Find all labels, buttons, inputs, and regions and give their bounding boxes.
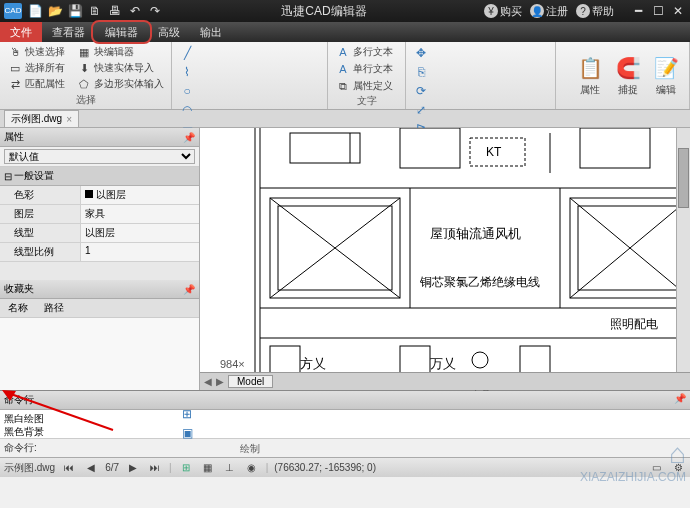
props-default-select[interactable]: 默认值: [4, 149, 195, 164]
tab-next-icon[interactable]: ▶: [216, 376, 224, 387]
edit-button[interactable]: 📝 编辑: [647, 44, 685, 107]
fav-list: [0, 318, 199, 390]
block-editor-button[interactable]: ▦块编辑器: [75, 44, 166, 60]
copy-icon[interactable]: ⎘: [412, 63, 430, 81]
register-button[interactable]: 👤注册: [530, 4, 568, 19]
grid-toggle-icon[interactable]: ▦: [200, 460, 216, 476]
close-icon[interactable]: ×: [66, 114, 72, 125]
forward-icon[interactable]: ▶: [125, 460, 141, 476]
svg-text:KT: KT: [486, 145, 502, 159]
line-icon[interactable]: ╱: [178, 44, 196, 62]
coordinates: (76630.27; -165396; 0): [274, 462, 376, 473]
command-log: 黑白绘图 黑色背景: [0, 410, 690, 438]
pin-icon[interactable]: 📌: [674, 393, 686, 407]
model-tab[interactable]: Model: [228, 375, 273, 388]
command-panel: 命令行 📌 黑白绘图 黑色背景 命令行:: [0, 390, 690, 457]
svg-rect-8: [580, 128, 650, 168]
tab-prev-icon[interactable]: ◀: [204, 376, 212, 387]
magnet-icon: 🧲: [615, 55, 641, 81]
pin-icon[interactable]: 📌: [183, 284, 195, 295]
document-tab[interactable]: 示例图.dwg ×: [4, 110, 79, 127]
document-tab-label: 示例图.dwg: [11, 112, 62, 126]
circle-icon[interactable]: ○: [178, 82, 196, 100]
pin-icon[interactable]: 📌: [183, 132, 195, 143]
command-panel-header: 命令行 📌: [0, 391, 690, 410]
print-icon[interactable]: 🖶: [106, 2, 124, 20]
open-icon[interactable]: 📂: [46, 2, 64, 20]
ribbon-group-text-label: 文字: [334, 94, 399, 108]
svg-rect-1: [260, 128, 690, 390]
back-icon[interactable]: ◀: [83, 460, 99, 476]
tab-advanced[interactable]: 高级: [148, 22, 190, 42]
svg-text:984×: 984×: [220, 358, 245, 370]
page-indicator: 6/7: [105, 462, 119, 473]
quick-entity-import-button[interactable]: ⬇快速实体导入: [75, 60, 166, 76]
close-button[interactable]: ✕: [670, 4, 686, 18]
snap-toggle-icon[interactable]: ⊞: [178, 460, 194, 476]
move-icon[interactable]: ✥: [412, 44, 430, 62]
scrollbar-vertical[interactable]: [676, 128, 690, 372]
next-page-icon[interactable]: ⏭: [147, 460, 163, 476]
svg-text:方乂: 方乂: [300, 356, 326, 371]
layout-icon[interactable]: ▭: [648, 460, 664, 476]
saveas-icon[interactable]: 🗎: [86, 2, 104, 20]
undo-icon[interactable]: ↶: [126, 2, 144, 20]
fav-panel-header: 收藏夹 📌: [0, 280, 199, 299]
app-logo: CAD: [4, 3, 22, 19]
prop-row-color[interactable]: 色彩 以图层: [0, 186, 199, 205]
polygon-entity-button[interactable]: ⬠多边形实体输入: [75, 76, 166, 92]
polar-toggle-icon[interactable]: ◉: [244, 460, 260, 476]
props-panel-header: 属性 📌: [0, 128, 199, 147]
props-section-general[interactable]: ⊟ 一般设置: [0, 167, 199, 186]
arc-icon[interactable]: ◠: [178, 101, 196, 119]
polyline-icon[interactable]: ⌇: [178, 63, 196, 81]
tab-output[interactable]: 输出: [190, 22, 232, 42]
tab-editor[interactable]: 编辑器: [95, 22, 148, 42]
rotate-icon[interactable]: ⟳: [412, 82, 430, 100]
svg-rect-4: [400, 128, 460, 168]
fav-col-name[interactable]: 名称: [0, 299, 36, 317]
properties-button[interactable]: 📋 属性: [571, 44, 609, 107]
help-button[interactable]: ?帮助: [576, 4, 614, 19]
tab-viewer[interactable]: 查看器: [42, 22, 95, 42]
svg-text:万乂: 万乂: [430, 356, 456, 371]
mtext-button[interactable]: A多行文本: [334, 44, 399, 60]
prev-page-icon[interactable]: ⏮: [61, 460, 77, 476]
ribbon: 🖱快速选择 ▭选择所有 ⇄匹配属性 ▦块编辑器 ⬇快速实体导入 ⬠多边形实体输入…: [0, 42, 690, 110]
boundary-icon[interactable]: ▣: [178, 424, 196, 442]
new-icon[interactable]: 📄: [26, 2, 44, 20]
attdef-button[interactable]: ⧉属性定义: [334, 78, 399, 94]
fav-col-path[interactable]: 路径: [36, 299, 72, 317]
prop-row-linetype[interactable]: 线型 以图层: [0, 224, 199, 243]
command-prompt-label: 命令行:: [4, 441, 37, 455]
document-tabs: 示例图.dwg ×: [0, 110, 690, 128]
scale-icon[interactable]: ⤢: [412, 101, 430, 119]
fav-columns: 名称 路径: [0, 299, 199, 318]
select-all-button[interactable]: ▭选择所有: [6, 60, 67, 76]
prop-row-linescale[interactable]: 线型比例 1: [0, 243, 199, 262]
status-doc-name: 示例图.dwg: [4, 461, 55, 475]
snap-button[interactable]: 🧲 捕捉: [609, 44, 647, 107]
redo-icon[interactable]: ↷: [146, 2, 164, 20]
quick-access-toolbar: 📄 📂 💾 🗎 🖶 ↶ ↷: [26, 2, 164, 20]
minimize-button[interactable]: ━: [630, 4, 646, 18]
dtext-button[interactable]: A单行文本: [334, 61, 399, 77]
statusbar: 示例图.dwg ⏮ ◀ 6/7 ▶ ⏭ | ⊞ ▦ ⊥ ◉ | (76630.2…: [0, 457, 690, 477]
quick-select-button[interactable]: 🖱快速选择: [6, 44, 67, 60]
save-icon[interactable]: 💾: [66, 2, 84, 20]
edit-icon: 📝: [653, 55, 679, 81]
settings-icon[interactable]: ⚙: [670, 460, 686, 476]
menubar: 文件 查看器 编辑器 高级 输出: [0, 22, 690, 42]
svg-point-25: [472, 352, 488, 368]
collapse-icon: ⊟: [4, 171, 12, 182]
match-prop-button[interactable]: ⇄匹配属性: [6, 76, 67, 92]
ortho-toggle-icon[interactable]: ⊥: [222, 460, 238, 476]
maximize-button[interactable]: ☐: [650, 4, 666, 18]
left-panel: 属性 📌 默认值 ⊟ 一般设置 色彩 以图层 图层 家具 线型 以图层 线型比例…: [0, 128, 200, 390]
tab-file[interactable]: 文件: [0, 22, 42, 42]
command-input[interactable]: [37, 443, 686, 454]
buy-button[interactable]: ¥购买: [484, 4, 522, 19]
titlebar: CAD 📄 📂 💾 🗎 🖶 ↶ ↷ 迅捷CAD编辑器 ¥购买 👤注册 ?帮助 ━…: [0, 0, 690, 22]
prop-row-layer[interactable]: 图层 家具: [0, 205, 199, 224]
drawing-canvas[interactable]: KT 屋顶轴流: [200, 128, 690, 390]
